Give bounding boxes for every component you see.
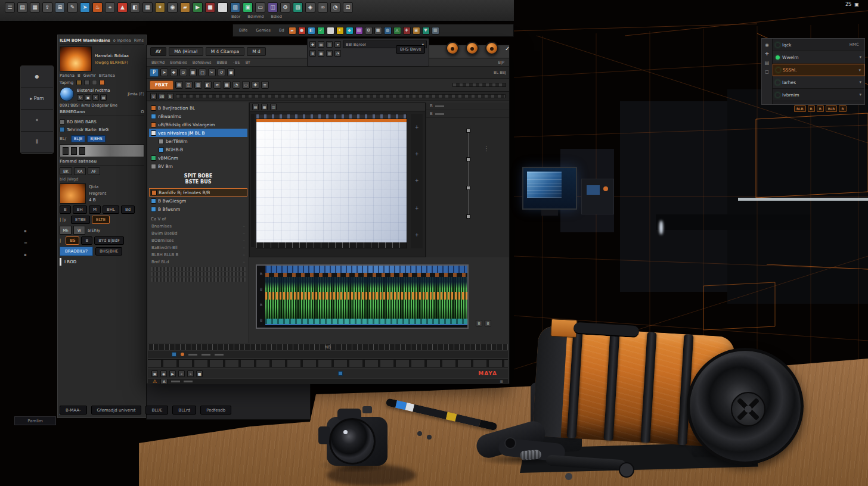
- tree-faint-item[interactable]: BaBiwdm-Bll–: [149, 244, 247, 251]
- material-tool-icon[interactable]: ▤: [100, 94, 107, 101]
- toolbar2-scrubber[interactable]: [452, 83, 506, 87]
- param-label[interactable]: Gwmr: [83, 73, 96, 78]
- flag-chip[interactable]: BS: [66, 236, 79, 245]
- option-chip[interactable]: BHL: [103, 205, 119, 214]
- viewport-canvas[interactable]: [256, 114, 407, 248]
- fire-icon[interactable]: ♨: [92, 2, 103, 13]
- layer-item[interactable]: BD BMG BARS: [60, 118, 144, 126]
- window-tool-icon[interactable]: ▦: [223, 81, 231, 89]
- eye-icon[interactable]: ◔: [330, 2, 340, 13]
- alert-icon[interactable]: ▲: [117, 2, 128, 13]
- transport-button[interactable]: II: [21, 132, 53, 154]
- curve-handle[interactable]: [466, 129, 470, 133]
- teal-drop-icon[interactable]: ◆: [346, 27, 354, 35]
- brush-icon[interactable]: ✎: [67, 2, 78, 13]
- material-sphere-preview[interactable]: [60, 87, 74, 101]
- cube-icon[interactable]: ◧: [130, 2, 140, 13]
- window-tab[interactable]: M 4 Citampa: [206, 47, 245, 56]
- scene-footer-chip[interactable]: B: [817, 105, 824, 112]
- material-tool-icon[interactable]: ▣: [85, 94, 91, 101]
- scene-footer-chip[interactable]: BLB: [794, 105, 806, 112]
- side-chip[interactable]: B: [485, 320, 491, 326]
- tab-inspector[interactable]: o Inpelea: [113, 38, 131, 43]
- scene-panel-icon[interactable]: ◉: [765, 42, 769, 48]
- layers-icon[interactable]: ⊞: [55, 2, 65, 13]
- tree-item[interactable]: ves nHvalres JM BL B: [149, 129, 247, 137]
- orange-knob[interactable]: [485, 42, 498, 55]
- param-label[interactable]: Pansna: [60, 73, 75, 78]
- quality-value[interactable]: 4 B: [89, 198, 109, 202]
- mini-thumbnail[interactable]: Mh: [60, 226, 72, 235]
- lock-icon[interactable]: ⊡: [343, 2, 353, 13]
- tab-materials[interactable]: ILEM BOM Wanhirdains: [60, 38, 110, 43]
- menu-item[interactable]: BemBies: [170, 60, 187, 65]
- texture-strip-preview[interactable]: [60, 144, 144, 157]
- mode-chip[interactable]: ELTE: [92, 216, 110, 224]
- camera-icon[interactable]: ◉: [168, 2, 178, 13]
- canvas-bottom-ruler[interactable]: [256, 242, 407, 248]
- tree-faint-item[interactable]: BOBmilses–: [149, 237, 247, 244]
- transport-button[interactable]: ▸ Pam: [21, 88, 53, 110]
- skip-back-icon[interactable]: «: [178, 370, 185, 377]
- knob-group-chip[interactable]: BHS Bwvs: [396, 45, 425, 54]
- toolbar-sublabel[interactable]: Bdimmd: [247, 14, 264, 19]
- scene-panel-row[interactable]: Iarhes ▾: [773, 76, 864, 89]
- option-chip[interactable]: B: [60, 205, 71, 214]
- tree-item[interactable]: B Bfwsnm: [149, 205, 247, 213]
- canvas-grid-area[interactable]: [256, 122, 407, 242]
- grid-toggle-icon[interactable]: ▣: [151, 370, 158, 377]
- timeline-ruler[interactable]: NB: [148, 344, 508, 350]
- toolbar-sublabel[interactable]: Bder: [231, 14, 240, 19]
- play-icon[interactable]: ▶: [169, 370, 176, 377]
- wand-icon[interactable]: ✦: [155, 2, 165, 13]
- tree-item[interactable]: B Bvrjlraction BL: [149, 104, 247, 112]
- scene-footer-chip[interactable]: BLB: [826, 105, 838, 112]
- zoom-icon[interactable]: ⊙: [179, 68, 187, 76]
- slate-chart-icon[interactable]: ▥: [432, 27, 439, 35]
- footer-tab-button[interactable]: Pedfesdb: [200, 406, 231, 415]
- spectrogram-main[interactable]: [265, 266, 467, 328]
- curve-handle[interactable]: [466, 214, 470, 219]
- tree-item[interactable]: BV Bm: [149, 162, 247, 170]
- chevron-down-icon[interactable]: ▾: [859, 80, 861, 85]
- tree-item[interactable]: B BwGiesgm: [149, 197, 247, 205]
- channel-chip[interactable]: B|BHS: [87, 135, 105, 142]
- status-menu-icon[interactable]: ≣: [500, 379, 503, 384]
- keyframe-marker[interactable]: [172, 352, 176, 357]
- menu-item[interactable]: BofeBvws: [193, 60, 212, 65]
- tree-item[interactable]: vBMGnm: [149, 154, 247, 162]
- yellow-star-icon[interactable]: ✦: [336, 27, 344, 35]
- snap-icon[interactable]: ▣: [227, 68, 235, 76]
- stop-icon[interactable]: ■: [196, 370, 203, 377]
- mini-panel-icon[interactable]: ✚: [309, 41, 316, 48]
- tree-item[interactable]: BGHB-B: [149, 145, 247, 154]
- toolbar-sublabel[interactable]: Bdied: [271, 14, 282, 19]
- transport-button[interactable]: «: [21, 110, 53, 132]
- mini-panel-icon[interactable]: ▥: [326, 50, 333, 57]
- tree-faint-item[interactable]: Bwim BseBd–: [149, 230, 247, 237]
- export-button[interactable]: FBXT: [150, 80, 173, 90]
- window-tab[interactable]: M d: [247, 47, 266, 56]
- footer-tab-button[interactable]: BLUE: [145, 406, 168, 415]
- curve-handle[interactable]: [466, 186, 470, 190]
- mini-panel-icon[interactable]: ◔: [334, 50, 341, 57]
- red-plus-icon[interactable]: ✚: [403, 27, 411, 35]
- corner-grid-icon[interactable]: ▣: [854, 2, 859, 7]
- blue-cube-icon[interactable]: ◧: [308, 27, 315, 35]
- chevron-down-icon[interactable]: ▾: [858, 68, 861, 73]
- scene-panel-icon[interactable]: ◻: [765, 69, 769, 74]
- chevron-down-icon[interactable]: ▾: [859, 55, 861, 60]
- tool-chip[interactable]: AF: [88, 167, 100, 175]
- save-icon[interactable]: ▦: [30, 2, 40, 13]
- scene-panel-row[interactable]: SSShl. ▾: [773, 64, 864, 76]
- right-panel-row[interactable]: B: [426, 102, 509, 110]
- window-tool-icon[interactable]: ◫: [185, 81, 193, 89]
- menu-item[interactable]: ◦BE: [232, 60, 240, 65]
- white-doc-icon[interactable]: ▤: [327, 27, 334, 35]
- material-tool-icon[interactable]: ✕: [92, 94, 99, 101]
- viewport-header-icon[interactable]: ▦: [261, 104, 268, 110]
- tree-faint-item[interactable]: BLBH BLLB B–: [149, 251, 247, 258]
- bolt-prop[interactable]: [565, 473, 572, 480]
- section-toggle[interactable]: O: [141, 110, 144, 114]
- purple-swatch-icon[interactable]: ▧: [355, 27, 363, 35]
